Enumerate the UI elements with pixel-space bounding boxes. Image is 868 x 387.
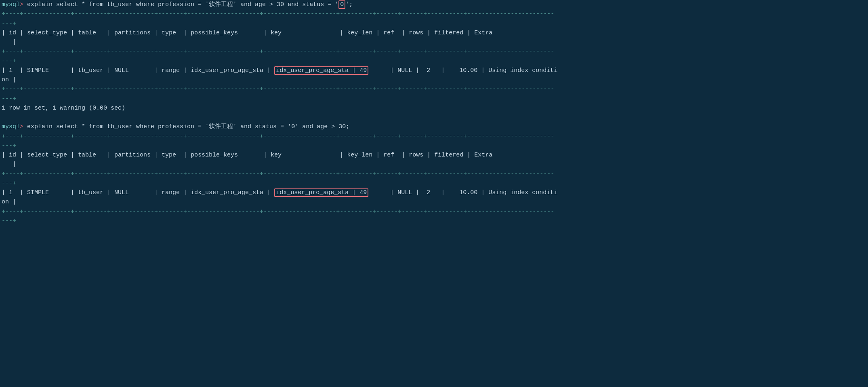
sep-4a: +----+-------------+---------+----------…	[0, 132, 868, 141]
header-1: | id | select_type | table | partitions …	[0, 28, 868, 38]
sep-5a: +----+-------------+---------+----------…	[0, 169, 868, 179]
query-1-text-end: ';	[345, 1, 353, 8]
blank-line	[0, 113, 868, 122]
mysql-prompt-arrow-2: >	[20, 123, 23, 130]
sep-3a: +----+-------------+---------+----------…	[0, 85, 868, 94]
key-highlight-1: idx_user_pro_age_sta | 49	[274, 66, 368, 75]
header-1b: |	[0, 38, 868, 47]
data-row-1: | 1 | SIMPLE | tb_user | NULL | range | …	[0, 66, 868, 75]
query-1-line: mysql> explain select * from tb_user whe…	[0, 0, 868, 9]
header-2b: |	[0, 160, 868, 169]
sep-6a: +----+-------------+---------+----------…	[0, 207, 868, 216]
data-row-2b: on |	[0, 197, 868, 207]
sep-2b: ---+	[0, 57, 868, 66]
data-row-1b: on |	[0, 75, 868, 85]
query-1-text: explain select * from tb_user where prof…	[23, 1, 338, 8]
sep-1b: +----+-------------+---------+----------…	[0, 9, 868, 19]
sep-2a: +----+-------------+---------+----------…	[0, 47, 868, 56]
mysql-prompt-arrow-1: >	[20, 1, 23, 8]
sep-3b: ---+	[0, 94, 868, 104]
mysql-prompt-label-1: mysql	[2, 1, 20, 8]
mysql-prompt-label-2: mysql	[2, 123, 20, 130]
result-1: 1 row in set, 1 warning (0.00 sec)	[0, 104, 868, 113]
terminal-window: mysql> explain select * from tb_user whe…	[0, 0, 868, 387]
query-1-highlight: 0	[338, 0, 345, 9]
data-row-2: | 1 | SIMPLE | tb_user | NULL | range | …	[0, 188, 868, 197]
sep-5b: ---+	[0, 179, 868, 188]
sep-4b: ---+	[0, 141, 868, 150]
sep-1c: ---+	[0, 19, 868, 28]
query-2-text: explain select * from tb_user where prof…	[23, 123, 349, 130]
header-2: | id | select_type | table | partitions …	[0, 150, 868, 160]
key-highlight-2: idx_user_pro_age_sta | 49	[274, 188, 368, 197]
sep-6b: ---+	[0, 216, 868, 226]
query-2-line: mysql> explain select * from tb_user whe…	[0, 122, 868, 131]
